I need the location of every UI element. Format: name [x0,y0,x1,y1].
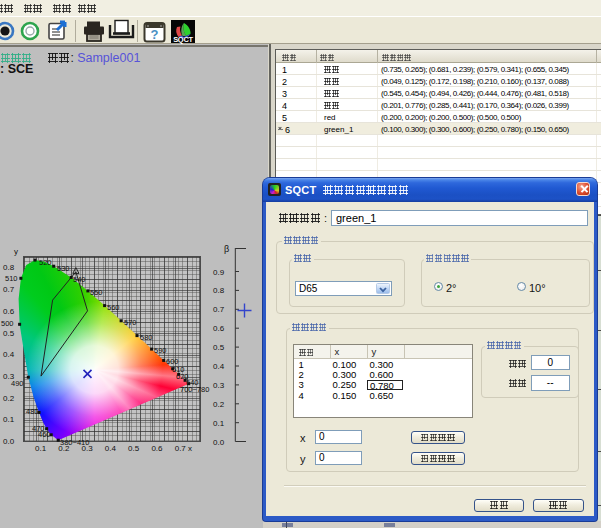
svg-text:540: 540 [73,275,86,284]
svg-text:510: 510 [5,274,18,283]
svg-text:500: 500 [1,319,14,328]
svg-text:0.4: 0.4 [3,350,15,359]
svg-text:520: 520 [39,258,52,267]
svg-text:560: 560 [107,303,120,312]
svg-text:0.1: 0.1 [35,444,47,453]
svg-text:460: 460 [38,430,51,439]
svg-text:0.2: 0.2 [58,444,70,453]
svg-text:0.7: 0.7 [213,305,225,314]
svg-text:0.6: 0.6 [3,307,15,316]
svg-text:0.2: 0.2 [3,394,15,403]
svg-text:0.6: 0.6 [213,324,225,333]
svg-text:0.5: 0.5 [213,343,225,352]
svg-text:0.6: 0.6 [151,444,163,453]
svg-text:530: 530 [57,264,70,273]
svg-text:0.4: 0.4 [213,362,225,371]
svg-text:0.5: 0.5 [128,444,140,453]
svg-text:y: y [14,247,18,256]
svg-text:0.5: 0.5 [3,329,15,338]
svg-text:0.3: 0.3 [82,444,94,453]
svg-text:0.7: 0.7 [3,285,15,294]
svg-text:x: x [188,444,192,453]
svg-text:480: 480 [26,407,39,416]
svg-text:?: ? [151,27,159,42]
svg-text:0.1: 0.1 [3,415,15,424]
svg-text:0.4: 0.4 [105,444,117,453]
svg-text:0.8: 0.8 [3,263,15,272]
svg-text:SQCT: SQCT [173,35,193,44]
svg-text:0.8: 0.8 [213,286,225,295]
svg-text:0.1: 0.1 [213,419,225,428]
svg-text:β: β [224,244,229,254]
svg-text:0.0: 0.0 [3,437,15,446]
svg-text:0.9: 0.9 [213,268,225,277]
svg-text:0.0: 0.0 [213,438,225,447]
svg-text:580: 580 [140,333,153,342]
svg-text:0.3: 0.3 [213,381,225,390]
svg-text:550: 550 [90,288,103,297]
svg-text:0.2: 0.2 [213,400,225,409]
svg-text:570: 570 [124,318,137,327]
svg-text:0.3: 0.3 [3,372,15,381]
svg-text:700~780: 700~780 [180,385,209,394]
svg-text:590: 590 [154,346,167,355]
svg-text:0.7: 0.7 [175,444,187,453]
